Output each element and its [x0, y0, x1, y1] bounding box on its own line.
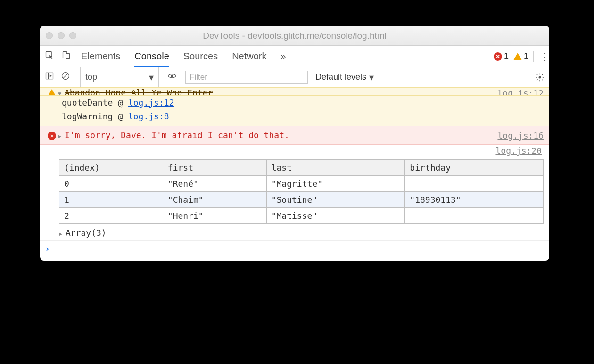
error-icon: ✕	[494, 52, 502, 61]
console-error-row[interactable]: ✕ ▶I'm sorry, Dave. I'm afraid I can't d…	[40, 126, 549, 145]
chevron-down-icon: ▾	[149, 72, 154, 83]
error-count[interactable]: ✕ 1	[494, 51, 509, 61]
console-table: (index) first last birthday 0 "René" "Ma…	[40, 157, 549, 226]
svg-line-6	[63, 74, 68, 78]
table-header-last[interactable]: last	[266, 160, 405, 176]
console-messages: ▼Abandon Hope All Ye Who Enter log.js:12…	[40, 87, 549, 261]
stack-frame: logWarning @ log.js:8	[62, 109, 549, 123]
tab-sources[interactable]: Sources	[183, 46, 218, 67]
prompt-caret-icon: ›	[45, 244, 50, 254]
table-header-birthday[interactable]: birthday	[405, 160, 544, 176]
svg-point-7	[171, 75, 173, 77]
tab-elements[interactable]: Elements	[81, 46, 120, 67]
table-header-index[interactable]: (index)	[59, 160, 163, 176]
window-titlebar: DevTools - devtools.glitch.me/console/lo…	[40, 26, 549, 46]
warning-text: Abandon Hope All Ye Who Enter	[65, 88, 213, 96]
table-source-row: log.js:20	[40, 145, 549, 157]
inspect-element-icon[interactable]	[45, 50, 54, 62]
disclosure-triangle-icon[interactable]: ▶	[58, 133, 65, 140]
table-row[interactable]: 0 "René" "Magritte"	[59, 176, 544, 192]
filter-input[interactable]	[185, 71, 308, 84]
table-header-first[interactable]: first	[163, 160, 266, 176]
device-toolbar-icon[interactable]	[62, 50, 71, 62]
stack-frame: quoteDante @ log.js:12	[62, 96, 549, 109]
warning-icon	[513, 53, 522, 60]
svg-rect-2	[66, 54, 70, 59]
error-text: I'm sorry, Dave. I'm afraid I can't do t…	[65, 130, 289, 140]
table-header-row: (index) first last birthday	[59, 160, 544, 176]
chevron-down-icon: ▾	[369, 72, 374, 83]
execution-context-selector[interactable]: top ▾	[80, 67, 159, 87]
clear-console-icon[interactable]	[61, 71, 70, 83]
devtools-window: DevTools - devtools.glitch.me/console/lo…	[40, 26, 549, 261]
console-prompt[interactable]: ›	[40, 240, 549, 261]
console-settings-icon[interactable]	[528, 67, 544, 87]
table-row[interactable]: 2 "Henri" "Matisse"	[59, 208, 544, 224]
stack-link[interactable]: log.js:12	[128, 98, 174, 108]
source-link[interactable]: log.js:12	[497, 88, 544, 96]
error-count-value: 1	[504, 51, 509, 61]
toggle-sidebar-icon[interactable]	[45, 71, 54, 83]
tabs-overflow-button[interactable]: »	[281, 46, 286, 67]
console-toolbar: top ▾ Default levels ▾	[40, 67, 549, 87]
disclosure-triangle-icon[interactable]: ▶	[59, 231, 66, 237]
error-icon: ✕	[48, 132, 56, 140]
data-table: (index) first last birthday 0 "René" "Ma…	[59, 159, 544, 224]
window-controls	[46, 32, 76, 39]
warning-count-value: 1	[524, 51, 528, 61]
tab-console[interactable]: Console	[134, 46, 169, 67]
panel-tabs: Elements Console Sources Network »	[81, 46, 286, 67]
source-link[interactable]: log.js:20	[495, 146, 542, 156]
disclosure-triangle-icon[interactable]: ▼	[58, 91, 65, 96]
tab-network[interactable]: Network	[232, 46, 266, 67]
window-title: DevTools - devtools.glitch.me/console/lo…	[40, 31, 549, 41]
zoom-window-button[interactable]	[69, 32, 76, 39]
table-row[interactable]: 1 "Chaim" "Soutine" "18930113"	[59, 192, 544, 208]
warning-stack-trace: quoteDante @ log.js:12 logWarning @ log.…	[40, 96, 549, 126]
warning-count[interactable]: 1	[513, 51, 528, 61]
svg-rect-3	[46, 73, 53, 79]
context-label: top	[85, 72, 97, 82]
svg-point-8	[539, 76, 541, 78]
devtools-tabbar: Elements Console Sources Network » ✕ 1 1…	[40, 46, 549, 67]
stack-link[interactable]: log.js:8	[128, 111, 169, 121]
warning-icon	[49, 89, 55, 95]
log-levels-label: Default levels	[315, 72, 366, 82]
log-levels-selector[interactable]: Default levels ▾	[315, 72, 374, 83]
minimize-window-button[interactable]	[58, 32, 65, 39]
source-link[interactable]: log.js:16	[497, 130, 544, 141]
console-warning-row[interactable]: ▼Abandon Hope All Ye Who Enter log.js:12	[40, 87, 549, 96]
array-summary[interactable]: ▶Array(3)	[40, 226, 549, 240]
close-window-button[interactable]	[46, 32, 53, 39]
more-options-button[interactable]: ⋮	[533, 51, 544, 62]
live-expression-icon[interactable]	[164, 71, 181, 83]
